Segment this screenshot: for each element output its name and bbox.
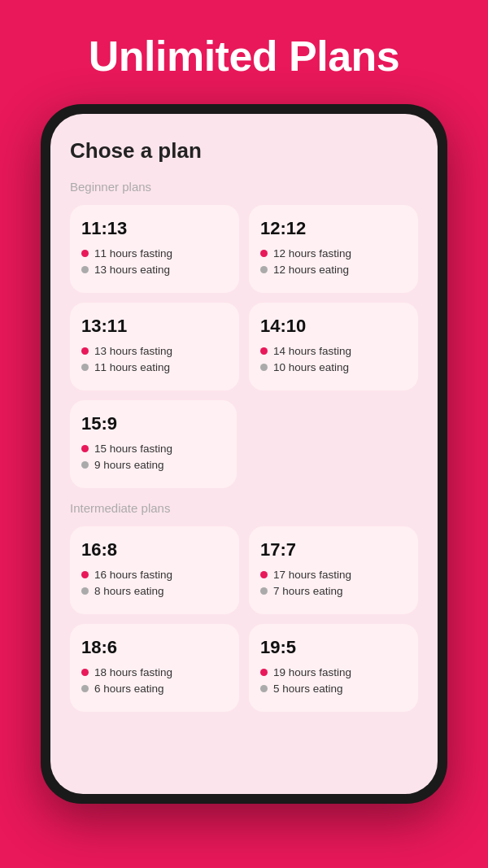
- plan-card-11-13[interactable]: 11:13 11 hours fasting 13 hours eating: [70, 205, 239, 293]
- plan-fasting-detail: 19 hours fasting: [260, 666, 407, 678]
- eating-text: 11 hours eating: [94, 361, 170, 373]
- phone-frame: Chose a plan Beginner plans 11:13 11 hou…: [41, 104, 447, 804]
- plan-eating-detail: 7 hours eating: [260, 585, 407, 597]
- plan-ratio: 18:6: [81, 637, 228, 658]
- phone-screen: Chose a plan Beginner plans 11:13 11 hou…: [50, 114, 438, 794]
- plan-eating-detail: 6 hours eating: [81, 683, 228, 695]
- fasting-dot: [81, 669, 89, 676]
- intermediate-plans-grid: 16:8 16 hours fasting 8 hours eating 17:…: [70, 526, 418, 712]
- plan-card-12-12[interactable]: 12:12 12 hours fasting 12 hours eating: [249, 205, 418, 293]
- fasting-text: 15 hours fasting: [94, 443, 172, 455]
- fasting-dot: [81, 571, 89, 578]
- fasting-dot: [260, 347, 268, 355]
- plan-card-14-10[interactable]: 14:10 14 hours fasting 10 hours eating: [249, 303, 418, 390]
- eating-dot: [260, 587, 268, 595]
- fasting-dot: [260, 669, 268, 676]
- fasting-text: 19 hours fasting: [273, 666, 351, 678]
- plan-ratio: 13:11: [81, 316, 228, 337]
- eating-text: 12 hours eating: [273, 264, 349, 276]
- plan-ratio: 15:9: [81, 413, 225, 434]
- plan-eating-detail: 12 hours eating: [260, 264, 407, 276]
- plan-eating-detail: 13 hours eating: [81, 264, 228, 276]
- plan-card-17-7[interactable]: 17:7 17 hours fasting 7 hours eating: [249, 526, 418, 614]
- eating-dot: [81, 266, 89, 273]
- eating-dot: [81, 461, 89, 469]
- plan-ratio: 11:13: [81, 218, 228, 239]
- plan-eating-detail: 11 hours eating: [81, 361, 228, 373]
- plan-fasting-detail: 13 hours fasting: [81, 345, 228, 357]
- plan-fasting-detail: 16 hours fasting: [81, 569, 228, 581]
- plan-eating-detail: 9 hours eating: [81, 459, 225, 471]
- fasting-text: 18 hours fasting: [94, 666, 172, 678]
- plan-card-13-11[interactable]: 13:11 13 hours fasting 11 hours eating: [70, 303, 239, 390]
- fasting-dot: [81, 347, 89, 355]
- page-title: Chose a plan: [70, 138, 418, 164]
- plan-eating-detail: 5 hours eating: [260, 683, 407, 695]
- plan-card-18-6[interactable]: 18:6 18 hours fasting 6 hours eating: [70, 624, 239, 712]
- plan-card-15-9[interactable]: 15:9 15 hours fasting 9 hours eating: [70, 400, 237, 488]
- plan-ratio: 12:12: [260, 218, 407, 239]
- eating-dot: [81, 685, 89, 692]
- beginner-section-label: Beginner plans: [70, 180, 418, 194]
- plan-ratio: 14:10: [260, 316, 407, 337]
- fasting-dot: [260, 571, 268, 578]
- plan-eating-detail: 10 hours eating: [260, 361, 407, 373]
- plan-ratio: 19:5: [260, 637, 407, 658]
- eating-text: 9 hours eating: [94, 459, 164, 471]
- eating-dot: [260, 266, 268, 273]
- fasting-dot: [81, 250, 89, 257]
- fasting-dot: [260, 250, 268, 257]
- plan-ratio: 16:8: [81, 539, 228, 560]
- plan-card-16-8[interactable]: 16:8 16 hours fasting 8 hours eating: [70, 526, 239, 614]
- plan-fasting-detail: 14 hours fasting: [260, 345, 407, 357]
- eating-text: 6 hours eating: [94, 683, 164, 695]
- eating-text: 5 hours eating: [273, 683, 343, 695]
- plan-eating-detail: 8 hours eating: [81, 585, 228, 597]
- eating-text: 8 hours eating: [94, 585, 164, 597]
- plan-fasting-detail: 12 hours fasting: [260, 247, 407, 260]
- eating-text: 10 hours eating: [273, 361, 349, 373]
- fasting-text: 16 hours fasting: [94, 569, 172, 581]
- fasting-text: 11 hours fasting: [94, 247, 172, 260]
- eating-dot: [260, 364, 268, 371]
- beginner-plans-grid: 11:13 11 hours fasting 13 hours eating 1…: [70, 205, 418, 390]
- plan-fasting-detail: 15 hours fasting: [81, 443, 225, 455]
- fasting-text: 17 hours fasting: [273, 569, 351, 581]
- intermediate-section-label: Intermediate plans: [70, 501, 418, 515]
- plan-ratio: 17:7: [260, 539, 407, 560]
- plan-fasting-detail: 17 hours fasting: [260, 569, 407, 581]
- plan-card-19-5[interactable]: 19:5 19 hours fasting 5 hours eating: [249, 624, 418, 712]
- eating-dot: [81, 587, 89, 595]
- eating-dot: [260, 685, 268, 692]
- eating-dot: [81, 364, 89, 371]
- fasting-text: 12 hours fasting: [273, 247, 351, 260]
- eating-text: 13 hours eating: [94, 264, 170, 276]
- plan-fasting-detail: 11 hours fasting: [81, 247, 228, 260]
- fasting-dot: [81, 445, 89, 452]
- fasting-text: 13 hours fasting: [94, 345, 172, 357]
- fasting-text: 14 hours fasting: [273, 345, 351, 357]
- eating-text: 7 hours eating: [273, 585, 343, 597]
- hero-title: Unlimited Plans: [89, 0, 400, 81]
- plan-fasting-detail: 18 hours fasting: [81, 666, 228, 678]
